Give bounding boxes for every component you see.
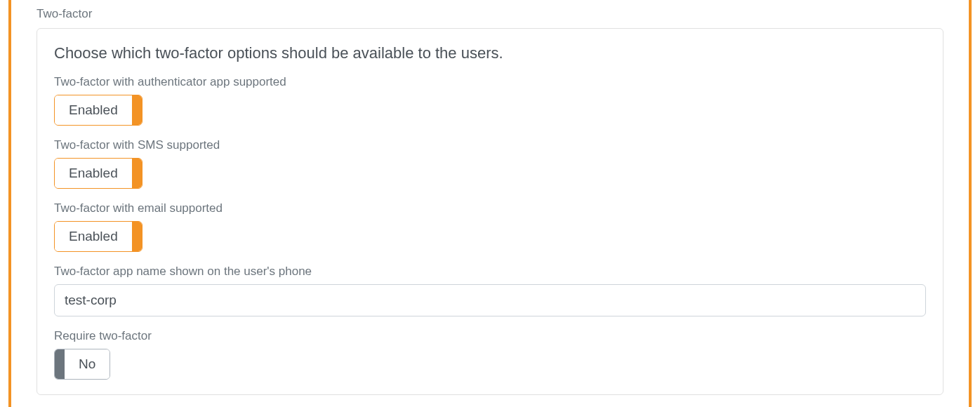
two-factor-panel: Choose which two-factor options should b… [37, 28, 943, 395]
sms-toggle-value: Enabled [55, 159, 132, 188]
email-label: Two-factor with email supported [54, 201, 926, 215]
toggle-handle-icon [132, 95, 142, 125]
section-label-two-factor: Two-factor [37, 7, 943, 21]
sms-label: Two-factor with SMS supported [54, 138, 926, 152]
toggle-handle-icon [55, 349, 65, 379]
left-rail [8, 0, 11, 407]
authenticator-app-label: Two-factor with authenticator app suppor… [54, 75, 926, 89]
email-toggle-value: Enabled [55, 222, 132, 251]
sms-toggle[interactable]: Enabled [54, 158, 143, 189]
require-two-factor-toggle[interactable]: No [54, 349, 110, 380]
toggle-handle-icon [132, 222, 142, 251]
require-two-factor-toggle-value: No [65, 349, 110, 379]
authenticator-app-toggle[interactable]: Enabled [54, 95, 143, 126]
app-name-input[interactable] [54, 284, 926, 316]
two-factor-description: Choose which two-factor options should b… [54, 44, 926, 62]
require-two-factor-label: Require two-factor [54, 329, 926, 343]
toggle-handle-icon [132, 159, 142, 188]
email-toggle[interactable]: Enabled [54, 221, 143, 252]
right-rail [969, 0, 972, 407]
authenticator-app-toggle-value: Enabled [55, 95, 132, 125]
app-name-label: Two-factor app name shown on the user's … [54, 265, 926, 279]
